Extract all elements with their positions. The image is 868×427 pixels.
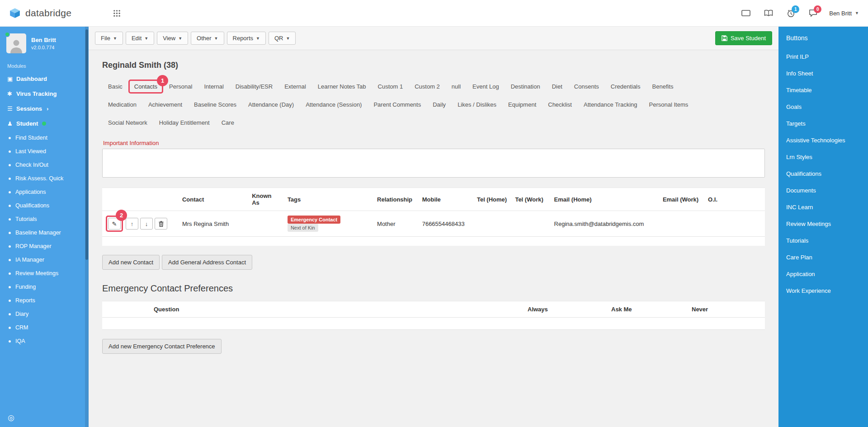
sidebar-sub-item[interactable]: Last Viewed xyxy=(0,145,89,158)
tab[interactable]: Disability/ESR xyxy=(230,80,278,94)
sidebar-sub-item[interactable]: Funding xyxy=(0,280,89,294)
tab[interactable]: Care xyxy=(216,116,240,130)
tab[interactable]: Credentials xyxy=(605,80,646,94)
app-logo[interactable]: databridge xyxy=(9,7,71,19)
tab[interactable]: Parent Comments xyxy=(368,98,427,112)
tab[interactable]: Internal xyxy=(198,80,229,94)
sidebar-sub-item[interactable]: Baseline Manager xyxy=(0,226,89,239)
sidebar-sub-item[interactable]: IQA xyxy=(0,334,89,348)
right-sidebar: Buttons Print ILP Info Sheet Timetable G… xyxy=(778,27,868,427)
buttons-panel-item[interactable]: INC Learn xyxy=(778,199,868,216)
sidebar-module-item[interactable]: ♟ Student xyxy=(0,116,89,131)
sidebar-sub-item[interactable]: Check In/Out xyxy=(0,158,89,172)
sidebar-sub-item[interactable]: Tutorials xyxy=(0,212,89,226)
add-general-address-contact-button[interactable]: Add General Address Contact xyxy=(162,255,252,270)
menu-label: File xyxy=(101,35,110,42)
tab[interactable]: Holiday Entitlement xyxy=(153,116,216,130)
tab[interactable]: Attendance Tracking xyxy=(578,98,643,112)
buttons-panel-item[interactable]: Review Meetings xyxy=(778,216,868,232)
buttons-panel-item[interactable]: Targets xyxy=(778,115,868,132)
apps-grid-icon[interactable] xyxy=(113,9,121,17)
tab[interactable]: Achievement xyxy=(142,98,188,112)
user-menu[interactable]: Ben Britt ▼ xyxy=(829,10,859,17)
tab[interactable]: Custom 1 xyxy=(372,80,409,94)
tab[interactable]: External xyxy=(278,80,312,94)
sidebar-module-item[interactable]: ✱ Virus Tracking xyxy=(0,86,89,101)
ecp-header-row: Question Always Ask Me Never xyxy=(102,301,765,318)
move-up-button[interactable]: ↑ xyxy=(126,218,138,230)
sidebar-sub-item[interactable]: Find Student xyxy=(0,131,89,145)
important-information-input[interactable] xyxy=(102,149,765,178)
sidebar-sub-item[interactable]: ROP Manager xyxy=(0,239,89,253)
tab[interactable]: Learner Notes Tab xyxy=(312,80,372,94)
tab[interactable]: Attendance (Session) xyxy=(300,98,368,112)
alarm-clock-icon[interactable]: 1 xyxy=(787,9,795,18)
annotation-badge-2: 2 xyxy=(116,210,127,221)
buttons-panel-item[interactable]: Work Experience xyxy=(778,282,868,299)
sidebar-sub-item[interactable]: IA Manager xyxy=(0,253,89,267)
tab[interactable]: Destination xyxy=(505,80,546,94)
buttons-panel-item[interactable]: Tutorials xyxy=(778,232,868,249)
buttons-panel-item[interactable]: Print ILP xyxy=(778,48,868,65)
menu-dropdown-button[interactable]: File ▼ xyxy=(95,32,123,45)
sidebar-sub-item[interactable]: Qualifications xyxy=(0,199,89,212)
col-tel-work: Tel (Work) xyxy=(511,188,550,211)
buttons-panel-item[interactable]: Lrn Styles xyxy=(778,149,868,165)
book-icon[interactable] xyxy=(764,9,773,17)
sidebar-sub-item[interactable]: Reports xyxy=(0,294,89,307)
sidebar-module-item[interactable]: ▣ Dashboard xyxy=(0,71,89,86)
tab[interactable]: Attendance (Day) xyxy=(242,98,300,112)
tab[interactable]: Checklist xyxy=(542,98,578,112)
tab[interactable]: Social Network xyxy=(102,116,153,130)
menu-dropdown-button[interactable]: QR ▼ xyxy=(269,32,296,45)
save-student-button[interactable]: Save Student xyxy=(715,31,772,45)
collapse-sidebar-icon[interactable]: ◎ xyxy=(8,413,14,422)
tab[interactable]: Medication xyxy=(102,98,142,112)
tab[interactable]: Personal Items xyxy=(643,98,694,112)
buttons-panel-item[interactable]: Timetable xyxy=(778,82,868,99)
sidebar-sub-item[interactable]: CRM xyxy=(0,321,89,334)
sidebar-user-block[interactable]: Ben Britt v2.0.0.774 xyxy=(0,27,89,59)
tab[interactable]: Basic xyxy=(102,80,128,94)
buttons-panel-item[interactable]: Qualifications xyxy=(778,165,868,182)
page-title: Reginald Smith (38) xyxy=(102,61,765,70)
tab[interactable]: Personal xyxy=(163,80,198,94)
sidebar-sub-item[interactable]: Diary xyxy=(0,307,89,321)
add-new-contact-button[interactable]: Add new Contact xyxy=(102,255,160,270)
tab[interactable]: Benefits xyxy=(646,80,679,94)
tab[interactable]: Diet xyxy=(546,80,568,94)
chat-icon[interactable]: 0 xyxy=(809,9,817,17)
trash-icon xyxy=(159,221,164,227)
buttons-panel-item[interactable]: Application xyxy=(778,266,868,282)
sidebar-module-item[interactable]: ☰ Sessions › xyxy=(0,101,89,116)
add-new-emergency-contact-preference-button[interactable]: Add new Emergency Contact Preference xyxy=(102,339,222,354)
tab[interactable]: Baseline Scores xyxy=(188,98,242,112)
tab[interactable]: Event Log xyxy=(467,80,505,94)
tab[interactable]: Daily xyxy=(427,98,452,112)
menu-dropdown-button[interactable]: View ▼ xyxy=(157,32,188,45)
buttons-panel-item[interactable]: Info Sheet xyxy=(778,65,868,82)
menu-dropdown-button[interactable]: Edit ▼ xyxy=(126,32,154,45)
move-down-button[interactable]: ↓ xyxy=(140,218,153,230)
tab[interactable]: Consents xyxy=(568,80,605,94)
buttons-panel-item[interactable]: Documents xyxy=(778,182,868,199)
menu-dropdown-button[interactable]: Reports ▼ xyxy=(227,32,266,45)
sidebar-sub-item[interactable]: Risk Assess. Quick xyxy=(0,172,89,185)
tab[interactable]: Likes / Dislikes xyxy=(452,98,502,112)
buttons-panel-item[interactable]: Goals xyxy=(778,99,868,115)
sidebar-scrollbar-thumb[interactable] xyxy=(85,29,88,260)
menu-dropdown-button[interactable]: Other ▼ xyxy=(191,32,224,45)
delete-contact-button[interactable] xyxy=(155,218,167,230)
tab[interactable]: Equipment xyxy=(502,98,542,112)
sidebar-sub-item[interactable]: Review Meetings xyxy=(0,267,89,280)
sub-item-label: Applications xyxy=(15,189,46,195)
tab[interactable]: Custom 2 xyxy=(409,80,446,94)
sidebar-sub-item[interactable]: Applications xyxy=(0,185,89,199)
buttons-panel-item[interactable]: Assistive Technologies xyxy=(778,132,868,149)
buttons-panel-item[interactable]: Care Plan xyxy=(778,249,868,266)
sub-item-label: Reports xyxy=(15,297,35,304)
modules-section-label: Modules xyxy=(0,59,89,71)
tab[interactable]: Contacts 1 xyxy=(128,80,163,94)
display-icon[interactable] xyxy=(741,9,750,17)
tab[interactable]: null xyxy=(446,80,467,94)
